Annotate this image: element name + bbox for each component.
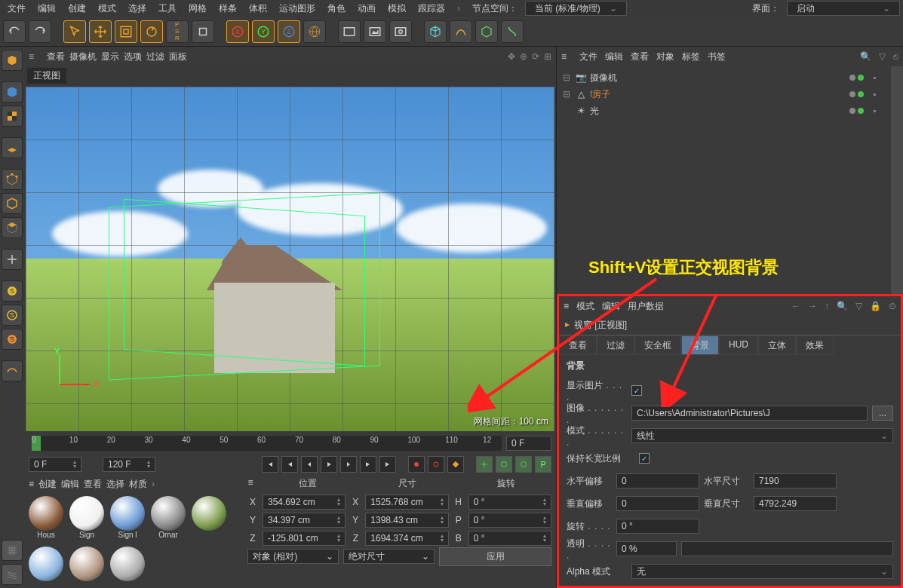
menu-spline[interactable]: 样条 <box>214 1 241 17</box>
workplane-tool[interactable] <box>2 360 23 381</box>
add-cube[interactable] <box>424 20 447 43</box>
rotation-field[interactable]: 0 °▴▾ <box>468 495 551 510</box>
material-thumb[interactable] <box>190 496 228 544</box>
material-thumb[interactable]: Hous <box>27 496 65 544</box>
mat-menu-material[interactable]: 材质 <box>129 478 147 491</box>
scale-tool[interactable] <box>115 20 137 43</box>
menu-select[interactable]: 选择 <box>124 1 151 17</box>
z-axis-lock[interactable]: Z <box>278 20 300 43</box>
recent-tool[interactable] <box>192 20 214 43</box>
attr-tab[interactable]: 效果 <box>796 335 834 355</box>
object-tree-item[interactable]: ☀ 光 ▪ <box>560 103 888 119</box>
menu-mesh[interactable]: 网格 <box>184 1 211 17</box>
undo-button[interactable] <box>3 20 26 43</box>
material-thumb[interactable] <box>27 547 65 586</box>
interface-dropdown[interactable]: 启动⌄ <box>787 1 900 16</box>
rotation-field[interactable]: 0 ° <box>616 519 699 534</box>
mode-dropdown[interactable]: 线性⌄ <box>631 428 893 443</box>
record-button[interactable] <box>408 456 425 473</box>
obj-menu-edit[interactable]: 编辑 <box>605 51 623 63</box>
material-thumb[interactable]: Sign l <box>109 496 146 544</box>
obj-menu-file[interactable]: 文件 <box>579 51 597 63</box>
menu-tools[interactable]: 工具 <box>154 1 181 17</box>
viewport-nav-icon[interactable]: ⊞ <box>544 51 551 62</box>
size-field[interactable]: 1525.768 cm▴▾ <box>365 495 448 510</box>
obj-menu-object[interactable]: 对象 <box>656 51 674 63</box>
rotate-tool[interactable] <box>140 20 163 43</box>
hamburger-icon[interactable]: ≡ <box>29 51 42 62</box>
view-menu-panel[interactable]: 面板 <box>169 51 187 63</box>
next-frame-button[interactable] <box>340 456 357 473</box>
position-field[interactable]: 34.397 cm▴▾ <box>263 513 346 528</box>
view-menu-display[interactable]: 显示 <box>101 51 119 63</box>
y-axis-lock[interactable]: Y <box>252 20 275 43</box>
add-generator[interactable] <box>475 20 498 43</box>
move-tool[interactable] <box>89 20 112 43</box>
menu-mode[interactable]: 模式 <box>94 1 121 17</box>
menu-animate[interactable]: 动画 <box>353 1 380 17</box>
render-settings[interactable] <box>389 20 412 43</box>
view-menu-filter[interactable]: 过滤 <box>146 51 164 63</box>
coord-mode-dropdown[interactable]: 对象 (相对)⌄ <box>247 549 339 564</box>
hamburger-icon[interactable]: ≡ <box>561 51 572 62</box>
object-tree-item[interactable]: ⊟📷 摄像机 ▪ <box>560 69 888 86</box>
material-thumb[interactable]: Ornar <box>149 496 187 544</box>
polygon-mode[interactable] <box>2 217 23 238</box>
view-menu-options[interactable]: 选项 <box>124 51 142 63</box>
material-thumb[interactable] <box>68 547 106 586</box>
alpha-mode-dropdown[interactable]: 无⌄ <box>631 564 893 579</box>
play-button[interactable] <box>321 456 337 473</box>
nav-back-icon[interactable]: ← <box>791 301 800 311</box>
size-field[interactable]: 1398.43 cm▴▾ <box>365 513 448 528</box>
object-mode[interactable] <box>2 81 23 103</box>
add-spline[interactable] <box>450 20 472 43</box>
key-rot-button[interactable] <box>515 456 532 473</box>
lock-icon[interactable]: 🔒 <box>870 301 881 311</box>
search-icon[interactable]: 🔍 <box>837 301 848 311</box>
quantize[interactable]: S <box>2 329 23 350</box>
coord-size-mode-dropdown[interactable]: 绝对尺寸⌄ <box>343 549 435 564</box>
path-icon[interactable]: ⎋ <box>893 51 898 62</box>
attr-tab[interactable]: 立体 <box>758 335 796 355</box>
object-tree-item[interactable]: ⊟△ f房子 ▪ <box>560 86 888 103</box>
nodespace-dropdown[interactable]: 当前 (标准/物理)⌄ <box>525 1 627 16</box>
grid-icon[interactable] <box>2 540 23 561</box>
view-menu-camera[interactable]: 摄像机 <box>69 51 97 63</box>
coord-system[interactable] <box>303 20 326 43</box>
menu-icon[interactable]: ⊙ <box>889 301 896 311</box>
render-view[interactable] <box>338 20 361 43</box>
position-field[interactable]: -125.801 cm▴▾ <box>263 531 346 546</box>
key-param-button[interactable]: P <box>535 456 551 473</box>
x-axis-lock[interactable]: X <box>226 20 249 43</box>
position-field[interactable]: 354.692 cm▴▾ <box>263 495 346 510</box>
select-tool[interactable] <box>63 20 86 43</box>
apply-button[interactable]: 应用 <box>439 547 551 566</box>
view-menu-view[interactable]: 查看 <box>47 51 65 63</box>
rotation-field[interactable]: 0 °▴▾ <box>468 531 551 546</box>
voffset-field[interactable]: 0 <box>616 496 699 511</box>
hoffset-field[interactable]: 0 <box>616 473 699 488</box>
menu-file[interactable]: 文件 <box>3 1 30 17</box>
keyframe-sel-button[interactable] <box>447 456 464 473</box>
start-frame[interactable]: 0 F <box>34 459 47 470</box>
menu-tracker[interactable]: 跟踪器 <box>413 1 450 17</box>
workplane-mode[interactable] <box>2 137 23 158</box>
edge-mode[interactable] <box>2 193 23 214</box>
filter-icon[interactable]: ▽ <box>879 51 886 62</box>
autokey-button[interactable] <box>428 456 444 473</box>
size-field[interactable]: 1694.374 cm▴▾ <box>365 531 448 546</box>
menu-mograph[interactable]: 运动图形 <box>275 1 320 17</box>
mat-menu-edit[interactable]: 编辑 <box>61 478 79 491</box>
grid-icon-2[interactable] <box>2 564 23 585</box>
mat-menu-view[interactable]: 查看 <box>84 478 102 491</box>
material-thumb[interactable]: Sign <box>68 496 106 544</box>
end-frame[interactable]: 120 F <box>108 459 131 470</box>
obj-menu-tags[interactable]: 标签 <box>682 51 700 63</box>
browse-button[interactable]: ... <box>872 406 893 421</box>
snap-settings[interactable]: S <box>2 305 23 326</box>
viewport-nav-icon[interactable]: ⊕ <box>520 51 527 62</box>
nav-up-icon[interactable]: ↑ <box>825 301 829 311</box>
key-scale-button[interactable] <box>496 456 512 473</box>
obj-menu-bookmarks[interactable]: 书签 <box>708 51 726 63</box>
transparency-slider[interactable] <box>681 541 893 556</box>
